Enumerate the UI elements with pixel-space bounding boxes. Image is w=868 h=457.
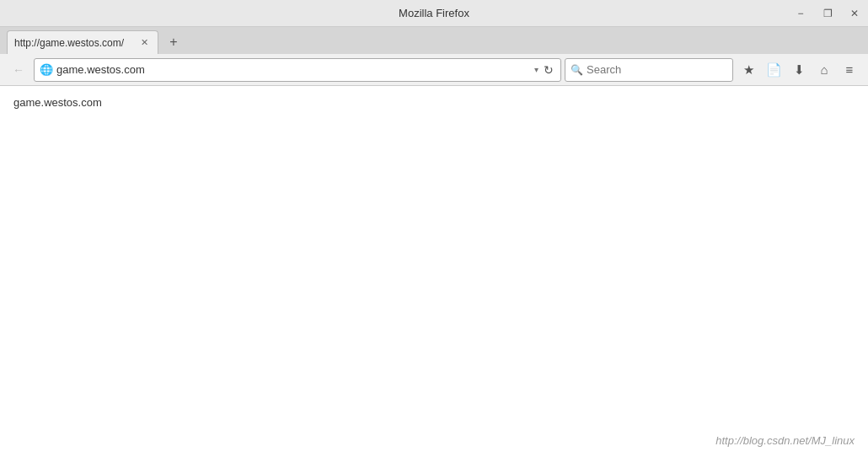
toolbar-icons: ★ 📄 ⬇ ⌂ ≡ [737, 58, 861, 82]
page-content: game.westos.com http://blog.csdn.net/MJ_… [0, 86, 868, 457]
restore-button[interactable]: ❐ [814, 0, 841, 27]
download-button[interactable]: ⬇ [787, 58, 811, 82]
close-button[interactable]: ✕ [841, 0, 868, 27]
search-bar-container: 🔍 [565, 58, 733, 82]
minimize-button[interactable]: − [787, 0, 814, 27]
home-button[interactable]: ⌂ [812, 58, 836, 82]
address-bar-container: 🌐 ▾ ↻ [34, 58, 561, 82]
globe-icon: 🌐 [40, 63, 53, 76]
tab-title: http://game.westos.com/ [14, 37, 132, 49]
reader-button[interactable]: 📄 [762, 58, 785, 82]
refresh-button[interactable]: ↻ [542, 62, 555, 78]
menu-button[interactable]: ≡ [838, 58, 861, 82]
new-tab-button[interactable]: + [162, 30, 185, 54]
title-bar: Mozilla Firefox − ❐ ✕ [0, 0, 868, 27]
bookmark-button[interactable]: ★ [737, 58, 760, 82]
back-button[interactable]: ← [7, 58, 30, 82]
search-input[interactable] [587, 63, 728, 76]
browser-tab[interactable]: http://game.westos.com/ ✕ [7, 30, 158, 54]
window-controls: − ❐ ✕ [787, 0, 868, 27]
tab-bar: http://game.westos.com/ ✕ + [0, 27, 868, 54]
address-input[interactable] [56, 63, 531, 76]
window-title: Mozilla Firefox [399, 7, 469, 19]
tab-close-button[interactable]: ✕ [137, 36, 151, 50]
search-icon: 🔍 [571, 64, 583, 76]
page-body-text: game.westos.com [13, 96, 102, 109]
nav-bar: ← 🌐 ▾ ↻ 🔍 ★ 📄 ⬇ ⌂ ≡ [0, 54, 868, 86]
watermark-text: http://blog.csdn.net/MJ_linux [715, 434, 855, 447]
dropdown-arrow[interactable]: ▾ [534, 65, 538, 74]
